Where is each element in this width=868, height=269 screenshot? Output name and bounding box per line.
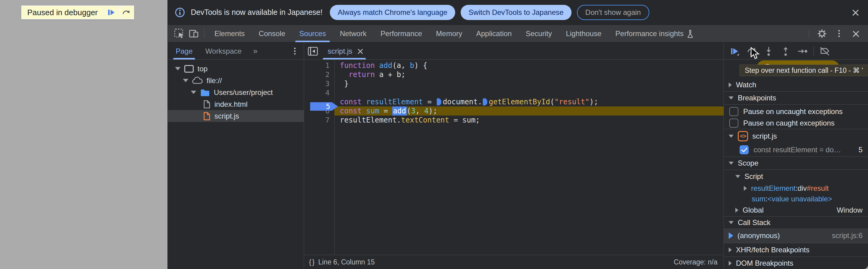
- call-stack-section-header[interactable]: Call Stack: [724, 216, 868, 228]
- scope-var-resultelement[interactable]: resultElement: div#result: [724, 183, 868, 193]
- devtools-window: DevTools is now available in Japanese! A…: [167, 0, 868, 269]
- coverage-label: Coverage: n/a: [674, 258, 717, 266]
- browser-page-background: Paused in debugger: [0, 0, 167, 269]
- more-tabs-chevron[interactable]: »: [253, 46, 258, 56]
- tabbar-spacer: [701, 25, 806, 42]
- line-number[interactable]: 1: [304, 61, 334, 70]
- inspect-element-icon[interactable]: [172, 25, 187, 42]
- watch-section-header[interactable]: Watch: [724, 79, 868, 91]
- code-editor[interactable]: 1 function add(a, b) { 2 return a + b; 3…: [304, 60, 723, 255]
- device-toolbar-icon[interactable]: [187, 25, 201, 42]
- step-into-icon[interactable]: [760, 43, 777, 60]
- line-number[interactable]: 4: [304, 89, 334, 97]
- code-line-2: 2 return a + b;: [304, 70, 723, 79]
- dom-breakpoints-section-header[interactable]: DOM Breakpoints: [724, 257, 868, 269]
- tab-security[interactable]: Security: [519, 25, 559, 42]
- breakpoint-enabled-checkbox[interactable]: [740, 145, 749, 154]
- breakpoint-entry-row[interactable]: const resultElement = doc… 5: [724, 143, 868, 157]
- paused-in-debugger-bar: Paused in debugger: [21, 5, 134, 20]
- scope-global-group[interactable]: Global Window: [724, 204, 868, 216]
- dont-show-again-button[interactable]: Don't show again: [577, 5, 649, 20]
- scope-script-group[interactable]: Script: [724, 169, 868, 183]
- hide-navigator-icon[interactable]: [304, 43, 322, 59]
- collapse-icon[interactable]: [183, 79, 188, 82]
- frame-icon: [184, 65, 194, 73]
- current-frame-arrow-icon: [729, 232, 733, 239]
- tree-item-top[interactable]: top: [168, 63, 304, 75]
- tree-item-project-folder[interactable]: Users/user/project: [168, 86, 304, 98]
- pause-caught-checkbox[interactable]: [729, 118, 738, 128]
- inline-breakpoint-marker[interactable]: [437, 98, 441, 106]
- pause-caught-exceptions-row[interactable]: Pause on caught exceptions: [724, 117, 868, 129]
- line-number[interactable]: 2: [304, 71, 334, 79]
- scope-var-sum[interactable]: sum: <value unavailable>: [724, 193, 868, 204]
- tab-performance-insights[interactable]: Performance insights: [609, 25, 701, 42]
- code-line-7: 7 resultElement.textContent = sum;: [304, 115, 723, 125]
- switch-devtools-japanese-button[interactable]: Switch DevTools to Japanese: [461, 5, 571, 20]
- collapse-icon: [729, 221, 734, 224]
- call-stack-frame-row[interactable]: (anonymous) script.js:6: [724, 228, 868, 243]
- step-over-icon: [122, 8, 130, 17]
- tabbar-right-divider: [809, 29, 809, 38]
- infobar-close-icon[interactable]: ×: [851, 7, 860, 18]
- breakpoints-section-header[interactable]: Breakpoints: [724, 91, 868, 104]
- tree-item-index-html[interactable]: index.html: [168, 98, 304, 110]
- navigator-more-options-icon[interactable]: [287, 44, 302, 58]
- devtools-close-icon[interactable]: ×: [848, 26, 863, 41]
- pause-uncaught-exceptions-row[interactable]: Pause on uncaught exceptions: [724, 104, 868, 117]
- editor-statusbar: { } Line 6, Column 15 Coverage: n/a: [304, 255, 723, 269]
- html-file-icon: [203, 100, 211, 109]
- tab-application[interactable]: Application: [469, 25, 519, 42]
- tab-sources[interactable]: Sources: [292, 25, 333, 42]
- pause-uncaught-checkbox[interactable]: [729, 107, 738, 116]
- editor-tab-script-js[interactable]: script.js ×: [322, 43, 370, 59]
- file-tree: top file:// Users/user/project: [168, 60, 304, 122]
- breakpoint-file-group[interactable]: <> script.js: [724, 129, 868, 143]
- resume-script-icon[interactable]: [726, 43, 743, 60]
- collapse-icon[interactable]: [191, 91, 196, 94]
- expand-icon: [744, 186, 747, 191]
- tab-memory[interactable]: Memory: [429, 25, 469, 42]
- line-number[interactable]: 7: [304, 116, 334, 124]
- settings-gear-icon[interactable]: [815, 26, 829, 41]
- pretty-print-icon[interactable]: { }: [309, 258, 314, 266]
- tab-console[interactable]: Console: [252, 25, 292, 42]
- collapse-icon: [729, 135, 734, 138]
- always-match-language-button[interactable]: Always match Chrome's language: [330, 5, 455, 20]
- frame-location: script.js:6: [832, 232, 863, 240]
- navigator-tab-workspace[interactable]: Workspace: [204, 43, 243, 59]
- close-tab-icon[interactable]: ×: [356, 47, 364, 56]
- tab-performance[interactable]: Performance: [373, 25, 429, 42]
- paused-in-debugger-label: Paused in debugger: [22, 6, 103, 19]
- step-over-button-page[interactable]: [118, 6, 133, 19]
- scope-section-header[interactable]: Scope: [724, 157, 868, 169]
- devtools-tabbar: Elements Console Sources Network Perform…: [168, 25, 868, 43]
- selected-token-add[interactable]: add: [392, 106, 406, 115]
- xhr-breakpoints-section-header[interactable]: XHR/fetch Breakpoints: [724, 243, 868, 257]
- tab-network[interactable]: Network: [333, 25, 373, 42]
- resume-script-button[interactable]: [103, 6, 118, 19]
- step-out-icon[interactable]: [777, 43, 794, 60]
- collapse-icon: [735, 175, 740, 178]
- tabbar-divider: [204, 29, 205, 38]
- deactivate-breakpoints-icon[interactable]: [816, 43, 833, 60]
- collapse-icon[interactable]: [175, 67, 181, 70]
- inline-breakpoint-marker[interactable]: [483, 98, 487, 106]
- infobar-message: DevTools is now available in Japanese!: [191, 8, 322, 17]
- tab-lighthouse[interactable]: Lighthouse: [559, 25, 608, 42]
- tree-item-script-js[interactable]: script.js: [168, 110, 304, 122]
- line-number[interactable]: 3: [304, 80, 334, 88]
- more-options-icon[interactable]: [832, 26, 846, 41]
- language-infobar: DevTools is now available in Japanese! A…: [168, 0, 868, 25]
- tree-item-file-protocol[interactable]: file://: [168, 75, 304, 86]
- collapse-icon: [729, 97, 734, 100]
- breakpoint-line-number: 5: [859, 145, 863, 154]
- editor-pane: script.js × 1 function add(a, b) { 2 ret…: [304, 43, 723, 269]
- tab-elements[interactable]: Elements: [208, 25, 252, 42]
- cursor-position-label: Line 6, Column 15: [318, 258, 375, 266]
- step-icon[interactable]: [794, 43, 811, 60]
- step-over-icon[interactable]: [743, 43, 760, 60]
- code-line-6-paused: 6 const sum = add(3, 4);: [304, 106, 723, 115]
- flask-icon: [687, 29, 694, 38]
- navigator-tab-page[interactable]: Page: [175, 43, 194, 59]
